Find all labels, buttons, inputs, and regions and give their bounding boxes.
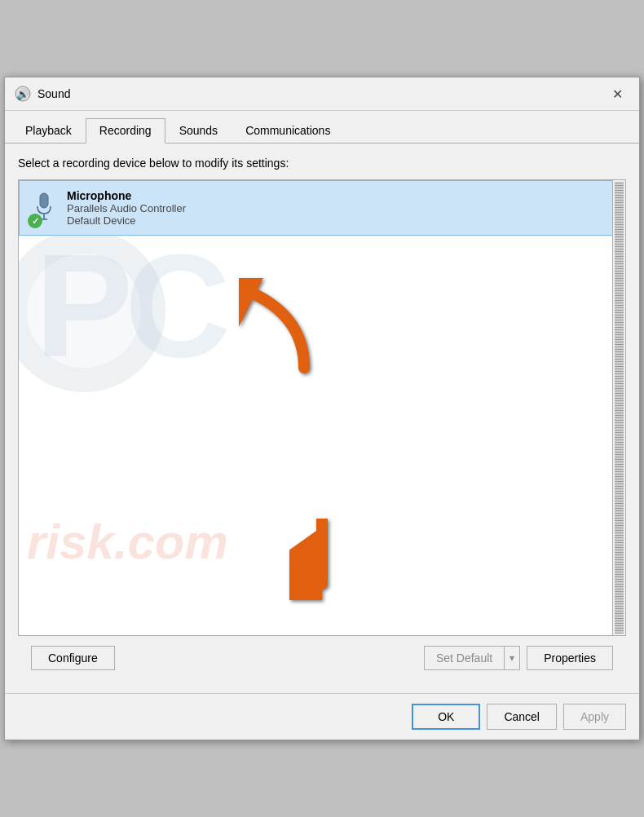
tab-bar: Playback Recording Sounds Communications bbox=[5, 111, 639, 144]
set-default-dropdown-button[interactable]: ▾ bbox=[504, 646, 520, 670]
device-item-microphone[interactable]: ✓ Microphone Parallels Audio Controller … bbox=[19, 180, 625, 236]
arrow-up-right bbox=[239, 278, 337, 378]
tab-sounds[interactable]: Sounds bbox=[165, 118, 232, 144]
svg-rect-2 bbox=[40, 193, 48, 208]
tab-communications[interactable]: Communications bbox=[232, 118, 344, 144]
scrollbar[interactable] bbox=[612, 180, 625, 635]
default-check-icon: ✓ bbox=[28, 214, 42, 228]
dialog-buttons: OK Cancel Apply bbox=[5, 693, 639, 740]
ok-button[interactable]: OK bbox=[412, 704, 480, 730]
configure-button[interactable]: Configure bbox=[31, 646, 115, 670]
device-info: Microphone Parallels Audio Controller De… bbox=[67, 189, 186, 227]
sound-icon: 🔊 bbox=[15, 86, 31, 102]
title-bar: 🔊 Sound ✕ bbox=[5, 77, 639, 111]
window-title: Sound bbox=[37, 87, 605, 100]
device-icon-area: ✓ bbox=[28, 188, 60, 228]
device-controller: Parallels Audio Controller bbox=[67, 202, 186, 214]
tab-content: Select a recording device below to modif… bbox=[5, 144, 639, 693]
device-status: Default Device bbox=[67, 214, 186, 227]
instruction-text: Select a recording device below to modif… bbox=[18, 157, 626, 170]
close-button[interactable]: ✕ bbox=[605, 84, 629, 104]
watermark: PC risk.com bbox=[19, 180, 612, 635]
sound-dialog: 🔊 Sound ✕ Playback Recording Sounds Comm… bbox=[4, 77, 640, 740]
tab-recording[interactable]: Recording bbox=[86, 118, 165, 144]
apply-button[interactable]: Apply bbox=[563, 704, 626, 730]
cancel-button[interactable]: Cancel bbox=[487, 704, 557, 730]
set-default-button[interactable]: Set Default bbox=[424, 646, 504, 670]
device-name: Microphone bbox=[67, 189, 186, 202]
set-default-group: Set Default ▾ bbox=[424, 646, 520, 670]
properties-button[interactable]: Properties bbox=[527, 646, 613, 670]
device-list[interactable]: PC risk.com ✓ Microphone Par bbox=[18, 179, 626, 636]
action-buttons: Configure Set Default ▾ Properties bbox=[18, 636, 626, 680]
arrow-down bbox=[289, 519, 355, 603]
svg-text:🔊: 🔊 bbox=[16, 87, 30, 101]
scroll-thumb[interactable] bbox=[615, 182, 624, 634]
tab-playback[interactable]: Playback bbox=[11, 118, 86, 144]
